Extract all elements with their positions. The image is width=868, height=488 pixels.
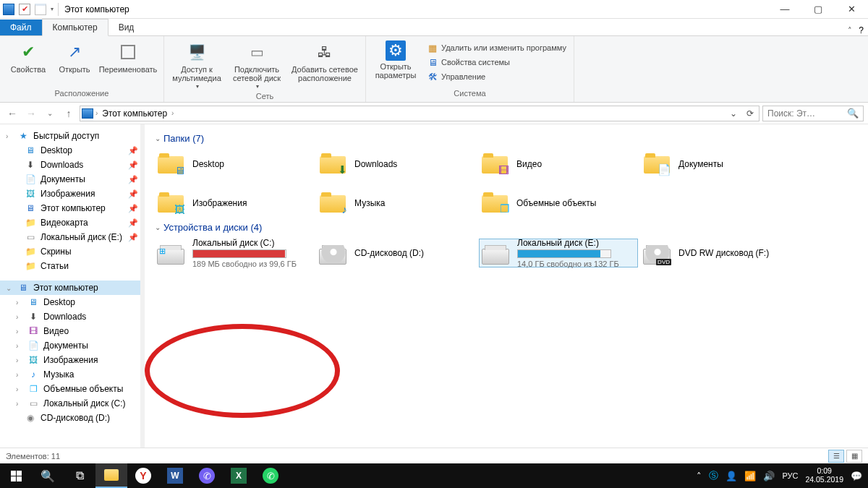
search-button[interactable]: 🔍 [32, 463, 64, 488]
chevron-right-icon[interactable]: › [171, 109, 174, 117]
nav-downloads[interactable]: ⬇Downloads📌 [0, 158, 144, 172]
chevron-right-icon[interactable]: › [16, 385, 23, 393]
nav-up-button[interactable]: ↑ [61, 106, 77, 121]
view-details-button[interactable]: ☰ [828, 450, 844, 463]
start-button[interactable] [0, 463, 32, 488]
minimize-button[interactable]: — [768, 0, 801, 19]
nav-documents[interactable]: 📄Документы📌 [0, 172, 144, 187]
chevron-right-icon[interactable]: › [16, 356, 23, 364]
manage-button[interactable]: 🛠 Управление [424, 69, 569, 84]
folder-music[interactable]: ♪Музыка [317, 189, 476, 218]
nav-desktop2[interactable]: ›🖥Desktop [0, 295, 144, 309]
nav-3dobjects[interactable]: ›❒Объемные объекты [0, 382, 144, 396]
tab-computer[interactable]: Компьютер [42, 19, 109, 36]
drive-c[interactable]: ⊞ Локальный диск (C:) 189 МБ свободно из… [155, 239, 314, 267]
nav-desktop[interactable]: 🖥Desktop📌 [0, 143, 144, 158]
tray-language[interactable]: РУС [782, 471, 798, 480]
tray-skype-icon[interactable]: Ⓢ [709, 469, 718, 482]
section-folders-header[interactable]: ⌄ Папки (7) [155, 129, 858, 150]
nav-video[interactable]: ›🎞Видео [0, 324, 144, 338]
nav-cd-d[interactable]: ◉CD-дисковод (D:) [0, 411, 144, 425]
taskbar-explorer[interactable] [95, 463, 127, 488]
search-input[interactable]: Поиск: Эт… 🔍 [762, 106, 864, 121]
navigation-pane[interactable]: ›★Быстрый доступ 🖥Desktop📌 ⬇Downloads📌 📄… [0, 124, 145, 448]
content-pane[interactable]: ⌄ Папки (7) 🖥Desktop ⬇Downloads 🎞Видео 📄… [145, 124, 868, 448]
ribbon-collapse-icon[interactable]: ˄ [841, 26, 859, 35]
section-drives-header[interactable]: ⌄ Устройства и диски (4) [155, 218, 858, 239]
tray-notifications-icon[interactable]: 💬 [851, 471, 862, 481]
add-network-location-button[interactable]: 🖧 Добавить сетевое расположение [289, 39, 361, 92]
checkmark-icon: ✔ [17, 40, 40, 64]
nav-recent-dropdown[interactable]: ⌄ [42, 106, 58, 121]
chevron-right-icon[interactable]: › [16, 342, 23, 350]
help-icon[interactable]: ? [859, 25, 864, 35]
nav-images2[interactable]: ›🖼Изображения [0, 353, 144, 367]
tab-file[interactable]: Файл [0, 20, 42, 35]
address-dropdown-icon[interactable]: ⌄ [726, 108, 741, 119]
chevron-right-icon[interactable]: › [16, 299, 23, 307]
chevron-down-icon[interactable]: ⌄ [6, 284, 13, 292]
media-access-button[interactable]: 🖥️ Доступ к мультимедиа▾ [169, 39, 225, 92]
drive-d[interactable]: CD-дисковод (D:) [317, 239, 476, 267]
breadcrumb-root[interactable]: Этот компьютер [100, 108, 169, 119]
nav-music[interactable]: ›♪Музыка [0, 367, 144, 382]
taskbar-yandex[interactable]: Y [127, 463, 159, 488]
properties-button[interactable]: ✔ Свойства [4, 39, 52, 75]
breadcrumb-box[interactable]: › Этот компьютер › ⌄ ⟳ [80, 106, 760, 121]
chevron-right-icon[interactable]: › [6, 132, 13, 140]
drive-f[interactable]: DVD DVD RW дисковод (F:) [641, 239, 800, 267]
folder-video[interactable]: 🎞Видео [479, 150, 638, 179]
qat-dropdown-icon[interactable]: ▾ [51, 6, 54, 12]
chevron-right-icon[interactable]: › [16, 400, 23, 408]
taskbar-excel[interactable]: X [223, 463, 255, 488]
uninstall-button[interactable]: ▦ Удалить или изменить программу [424, 40, 569, 55]
nav-local-e[interactable]: ▭Локальный диск (E:)📌 [0, 230, 144, 244]
nav-screens[interactable]: 📁Скрины [0, 244, 144, 259]
open-settings-button[interactable]: ⚙ Открыть параметры [370, 39, 421, 84]
folder-downloads[interactable]: ⬇Downloads [317, 150, 476, 179]
tray-wifi-icon[interactable]: 📶 [744, 471, 756, 481]
nav-back-button[interactable]: ← [4, 106, 20, 121]
chevron-right-icon[interactable]: › [95, 109, 98, 117]
drive-e[interactable]: Локальный диск (E:) 14,0 ГБ свободно из … [479, 239, 638, 267]
nav-downloads2[interactable]: ›⬇Downloads [0, 309, 144, 324]
open-button[interactable]: ↗ Открыть [55, 39, 94, 75]
folder-desktop[interactable]: 🖥Desktop [155, 150, 314, 179]
tray-clock[interactable]: 0:09 24.05.2019 [805, 467, 843, 484]
tray-people-icon[interactable]: 👤 [726, 471, 737, 481]
task-view-button[interactable]: ⧉ [64, 463, 95, 488]
view-large-button[interactable]: ▦ [846, 450, 862, 463]
group-label: Сеть [256, 92, 273, 102]
tab-view[interactable]: Вид [109, 20, 145, 35]
folder-images[interactable]: 🖼Изображения [155, 189, 314, 218]
tray-chevron-up-icon[interactable]: ˄ [697, 471, 702, 481]
folder-documents[interactable]: 📄Документы [641, 150, 800, 179]
nav-forward-button[interactable]: → [23, 106, 39, 121]
chevron-right-icon[interactable]: › [16, 328, 23, 335]
nav-this-pc[interactable]: ⌄🖥Этот компьютер [0, 281, 144, 295]
nav-quick-access[interactable]: ›★Быстрый доступ [0, 129, 144, 143]
qat-newfolder-icon[interactable] [35, 4, 46, 15]
map-drive-button[interactable]: ▭ Подключить сетевой диск▾ [228, 39, 286, 92]
qat-properties-icon[interactable]: ✔ [19, 4, 30, 15]
taskbar-whatsapp[interactable]: ✆ [255, 463, 286, 488]
nav-documents2[interactable]: ›📄Документы [0, 338, 144, 353]
nav-images[interactable]: 🖼Изображения📌 [0, 187, 144, 201]
system-properties-button[interactable]: 🖥 Свойства системы [424, 55, 569, 69]
maximize-button[interactable]: ▢ [801, 0, 835, 19]
nav-articles[interactable]: 📁Статьи [0, 259, 144, 273]
system-icon[interactable] [3, 4, 14, 15]
nav-videocard[interactable]: 📁Видеокарта📌 [0, 215, 144, 230]
refresh-button[interactable]: ⟳ [743, 108, 757, 119]
rename-button[interactable]: Переименовать [97, 39, 159, 75]
nav-local-c[interactable]: ›▭Локальный диск (C:) [0, 396, 144, 411]
tray-volume-icon[interactable]: 🔊 [763, 471, 775, 481]
close-button[interactable]: ✕ [835, 0, 868, 19]
folder-3dobjects[interactable]: ❒Объемные объекты [479, 189, 638, 218]
rename-icon [116, 40, 140, 64]
taskbar-word[interactable]: W [159, 463, 191, 488]
chevron-right-icon[interactable]: › [16, 313, 23, 321]
nav-thispc-pin[interactable]: 🖥Этот компьютер📌 [0, 201, 144, 215]
chevron-right-icon[interactable]: › [16, 371, 23, 379]
taskbar-viber[interactable]: ✆ [191, 463, 223, 488]
